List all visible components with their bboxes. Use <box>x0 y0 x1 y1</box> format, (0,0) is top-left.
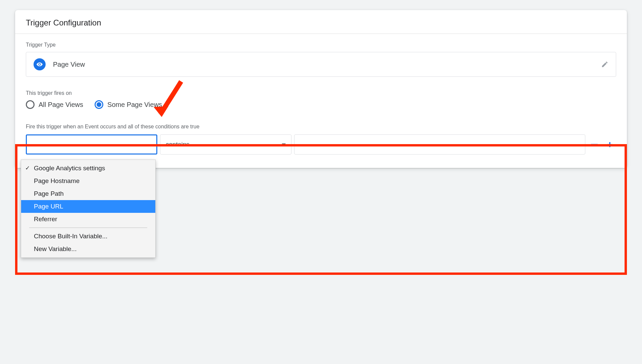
radio-icon <box>26 100 35 109</box>
trigger-type-row[interactable]: Page View <box>26 52 616 77</box>
trigger-type-value: Page View <box>53 61 85 68</box>
condition-value-input[interactable] <box>294 134 585 155</box>
radio-label: Some Page Views <box>107 101 162 109</box>
add-condition-button[interactable]: + <box>603 138 616 151</box>
variable-dropdown: Google Analytics settings Page Hostname … <box>21 160 156 178</box>
fires-on-radiogroup: All Page Views Some Page Views <box>26 100 616 109</box>
trigger-type-label: Trigger Type <box>26 42 616 48</box>
operator-value: contains <box>166 141 190 148</box>
annotation-arrow-icon <box>144 77 184 121</box>
remove-condition-button[interactable]: – <box>588 137 601 150</box>
radio-label: All Page Views <box>39 101 83 109</box>
fires-on-label: This trigger fires on <box>26 90 616 96</box>
operator-select[interactable]: contains <box>160 134 291 155</box>
chevron-down-icon <box>282 143 286 146</box>
variable-select[interactable] <box>26 134 157 155</box>
conditions-label: Fire this trigger when an Event occurs a… <box>26 124 616 130</box>
trigger-config-card: Trigger Configuration Trigger Type Page … <box>15 10 627 168</box>
edit-icon[interactable] <box>601 61 608 68</box>
pageview-icon <box>34 58 46 70</box>
condition-row: contains – + <box>26 134 616 155</box>
radio-icon <box>95 100 103 109</box>
dropdown-item-google-analytics-settings[interactable]: Google Analytics settings <box>21 162 155 175</box>
card-body: Trigger Type Page View This trigger fire… <box>15 34 627 168</box>
radio-all-page-views[interactable]: All Page Views <box>26 100 83 109</box>
trigger-type-left: Page View <box>34 58 85 70</box>
card-title: Trigger Configuration <box>15 10 627 34</box>
radio-some-page-views[interactable]: Some Page Views <box>95 100 162 109</box>
dropdown-item-page-hostname[interactable]: Page Hostname <box>21 175 155 178</box>
